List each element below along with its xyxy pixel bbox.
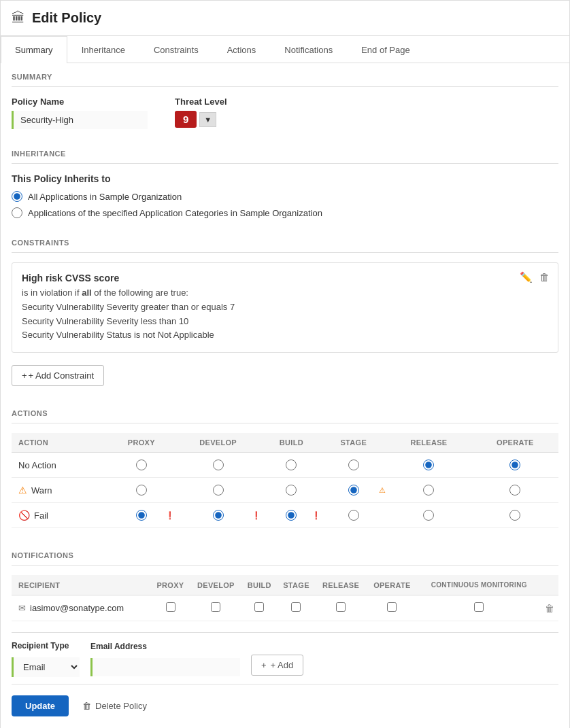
- tab-constraints[interactable]: Constraints: [139, 36, 213, 63]
- warn-icon: ⚠: [18, 485, 27, 496]
- summary-section-label: SUMMARY: [12, 63, 558, 87]
- notif-col-develop: DEVELOP: [190, 575, 242, 595]
- no-action-release-radio[interactable]: [423, 460, 434, 470]
- plus-icon: +: [22, 370, 27, 381]
- recipient-type-label: Recipient Type: [12, 641, 80, 651]
- notif-col-stage: STAGE: [277, 575, 315, 595]
- fail-develop-alert-icon: ❗: [252, 511, 261, 520]
- notif-col-operate: OPERATE: [367, 575, 418, 595]
- notif-col-build: BUILD: [241, 575, 277, 595]
- edit-constraint-icon[interactable]: ✏️: [520, 271, 533, 283]
- col-build: BUILD: [261, 433, 321, 453]
- fail-proxy-alert-icon: ❗: [165, 511, 175, 520]
- tab-inheritance[interactable]: Inheritance: [67, 36, 139, 63]
- col-action: ACTION: [12, 433, 108, 453]
- email-address-input[interactable]: [90, 658, 240, 676]
- update-button[interactable]: Update: [12, 695, 69, 716]
- table-row: No Action: [12, 453, 558, 478]
- recipient-email: iasimov@sonatype.com: [30, 603, 124, 613]
- fail-develop-radio[interactable]: [213, 510, 224, 521]
- table-row: ✉ iasimov@sonatype.com 🗑: [12, 595, 558, 621]
- delete-policy-label: Delete Policy: [95, 701, 147, 711]
- constraint-item: ✏️ 🗑 High risk CVSS score is in violatio…: [12, 262, 558, 353]
- fail-proxy-radio[interactable]: [136, 510, 147, 521]
- email-recipient-icon: ✉: [18, 603, 26, 613]
- col-operate: OPERATE: [472, 433, 558, 453]
- warn-develop-radio[interactable]: [213, 485, 224, 496]
- add-recipient-button[interactable]: + + Add: [251, 655, 303, 676]
- delete-policy-icon: 🗑: [82, 701, 91, 711]
- recipient-type-select[interactable]: Email: [12, 657, 80, 677]
- inheritance-section-label: INHERITANCE: [12, 140, 558, 164]
- threat-level-badge: 9: [175, 111, 197, 128]
- warn-stage-radio[interactable]: [348, 485, 359, 496]
- delete-policy-button[interactable]: 🗑 Delete Policy: [82, 701, 147, 711]
- warn-operate-radio[interactable]: [509, 485, 520, 496]
- fail-release-radio[interactable]: [423, 510, 434, 521]
- inheritance-specified-apps-radio[interactable]: [12, 207, 22, 218]
- tab-notifications[interactable]: Notifications: [270, 36, 347, 63]
- action-name-warn: Warn: [31, 485, 52, 496]
- tab-summary[interactable]: Summary: [1, 36, 67, 63]
- constraint-description: is in violation if all of the following …: [22, 286, 548, 343]
- notif-proxy-checkbox[interactable]: [166, 602, 175, 612]
- threat-level-label: Threat Level: [175, 97, 227, 107]
- notifications-section-label: NOTIFICATIONS: [12, 542, 558, 566]
- table-row: ⚠ Warn ⚠: [12, 478, 558, 503]
- tab-bar: Summary Inheritance Constraints Actions …: [1, 36, 569, 63]
- policy-icon: 🏛: [12, 10, 25, 26]
- page-title: Edit Policy: [32, 10, 101, 26]
- add-constraint-button[interactable]: + + Add Constraint: [12, 365, 104, 386]
- col-proxy: PROXY: [108, 433, 175, 453]
- col-stage: STAGE: [321, 433, 386, 453]
- fail-build-alert-icon: ❗: [312, 511, 321, 520]
- warn-proxy-radio[interactable]: [136, 485, 147, 496]
- notif-col-continuous: CONTINUOUS MONITORING: [418, 575, 540, 595]
- notif-develop-checkbox[interactable]: [211, 602, 220, 612]
- fail-build-radio[interactable]: [286, 510, 297, 521]
- notif-col-release: RELEASE: [316, 575, 367, 595]
- email-address-label: Email Address: [90, 642, 240, 651]
- no-action-proxy-radio[interactable]: [136, 460, 147, 470]
- notif-stage-checkbox[interactable]: [291, 602, 301, 612]
- constraints-section-label: CONSTRAINTS: [12, 229, 558, 253]
- inheritance-title: This Policy Inherits to: [12, 173, 558, 184]
- notif-operate-checkbox[interactable]: [387, 602, 397, 612]
- no-action-operate-radio[interactable]: [509, 460, 520, 470]
- no-action-build-radio[interactable]: [286, 460, 297, 470]
- no-action-develop-radio[interactable]: [213, 460, 224, 470]
- notif-col-proxy: PROXY: [150, 575, 190, 595]
- tab-end-of-page[interactable]: End of Page: [347, 36, 424, 63]
- no-action-stage-radio[interactable]: [348, 460, 359, 470]
- notif-col-delete: [540, 575, 558, 595]
- inheritance-specified-apps[interactable]: Applications of the specified Applicatio…: [12, 207, 558, 218]
- policy-name-label: Policy Name: [12, 97, 148, 107]
- tab-actions[interactable]: Actions: [213, 36, 271, 63]
- action-name-no-action: No Action: [18, 460, 56, 470]
- notif-release-checkbox[interactable]: [336, 602, 346, 612]
- actions-table: ACTION PROXY DEVELOP BUILD STAGE RELEASE…: [12, 433, 558, 528]
- delete-constraint-icon[interactable]: 🗑: [539, 271, 550, 283]
- warn-release-radio[interactable]: [423, 485, 434, 496]
- policy-name-input[interactable]: [12, 111, 148, 129]
- delete-recipient-icon[interactable]: 🗑: [545, 603, 554, 614]
- notif-build-checkbox[interactable]: [254, 602, 264, 612]
- inheritance-all-apps-radio[interactable]: [12, 191, 22, 202]
- add-recipient-row: Recipient Type Email Email Address + + A…: [12, 632, 558, 677]
- action-name-fail: Fail: [34, 510, 48, 521]
- fail-operate-radio[interactable]: [509, 510, 520, 521]
- notifications-table: RECIPIENT PROXY DEVELOP BUILD STAGE RELE…: [12, 575, 558, 621]
- warn-stage-alert-icon: ⚠: [379, 486, 386, 495]
- col-release: RELEASE: [386, 433, 471, 453]
- fail-icon: 🚫: [18, 510, 30, 521]
- table-row: 🚫 Fail ❗ ❗: [12, 503, 558, 528]
- notif-continuous-checkbox[interactable]: [474, 602, 484, 612]
- notif-col-recipient: RECIPIENT: [12, 575, 150, 595]
- fail-stage-radio[interactable]: [348, 510, 359, 521]
- constraint-title: High risk CVSS score: [22, 273, 548, 283]
- actions-section-label: ACTIONS: [12, 400, 558, 423]
- warn-build-radio[interactable]: [286, 485, 297, 496]
- inheritance-all-apps[interactable]: All Applications in Sample Organization: [12, 191, 558, 202]
- threat-level-dropdown[interactable]: ▼: [199, 112, 216, 127]
- inheritance-options: All Applications in Sample Organization …: [12, 191, 558, 218]
